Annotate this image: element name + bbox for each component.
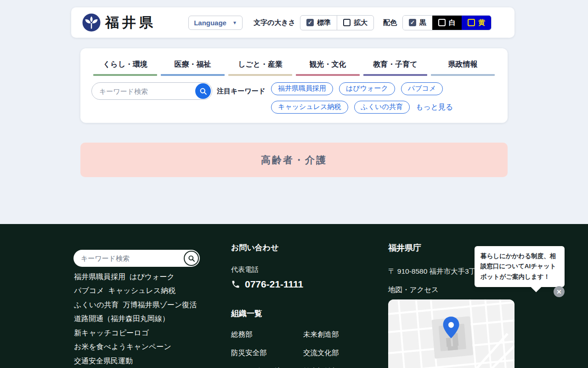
- color-scheme-yellow[interactable]: 黄: [462, 16, 491, 30]
- keyword-search-box: [91, 82, 212, 100]
- category-tabs: くらし・環境 医療・福祉 しごと・産業 観光・文化 教育・子育て 県政情報: [91, 53, 497, 76]
- text-size-toggle: 標準 拡大: [300, 15, 374, 30]
- footer-search-box: [74, 250, 200, 267]
- color-scheme-toggle: 黒 白 黄: [402, 15, 492, 30]
- footer-link[interactable]: 福井県職員採用: [74, 272, 125, 282]
- search-input[interactable]: [99, 87, 195, 95]
- footer-link[interactable]: はぴウォーク: [130, 272, 175, 282]
- footer-search-input[interactable]: [81, 254, 184, 262]
- fukui-emblem-icon: [82, 13, 101, 32]
- footer-search-button[interactable]: [184, 251, 199, 266]
- footer-link[interactable]: パブコメ: [74, 286, 104, 296]
- tab-underline: [228, 74, 292, 76]
- tab-label: 県政情報: [448, 60, 478, 69]
- text-size-enlarge[interactable]: 拡大: [337, 16, 373, 30]
- org-item[interactable]: 防災安全部: [231, 348, 303, 358]
- keyword-pill[interactable]: キャッシュレス納税: [271, 101, 348, 114]
- tab-iryo-fukushi[interactable]: 医療・福祉: [159, 53, 226, 76]
- tab-underline: [363, 74, 427, 76]
- tab-kanko-bunka[interactable]: 観光・文化: [294, 53, 362, 76]
- checkbox-icon: [438, 19, 446, 26]
- footer-link[interactable]: 道路開通（福井森田丸岡線）: [74, 314, 170, 324]
- tab-kensei-joho[interactable]: 県政情報: [429, 53, 497, 76]
- org-list: 総務部 未来創造部 防災安全部 交流文化部 エネルギー環境 健康福祉部: [231, 330, 378, 368]
- phone-number: 0776-21-1111: [245, 279, 303, 290]
- checkbox-icon: [306, 19, 314, 26]
- map-image: [388, 299, 514, 368]
- color-scheme-black[interactable]: 黒: [403, 16, 432, 30]
- office-map[interactable]: [388, 299, 514, 368]
- banner-label: 高齢者・介護: [261, 154, 327, 167]
- footer-link[interactable]: お米を食べようキャンペーン: [74, 342, 171, 352]
- tab-shigoto-sangyo[interactable]: しごと・産業: [226, 53, 294, 76]
- phone-label: 代表電話: [231, 265, 378, 274]
- text-size-standard-label: 標準: [317, 18, 331, 27]
- checkbox-icon: [343, 19, 351, 26]
- chatbot-tooltip: 暮らしにかかわる制度、相談窓口についてAIチャットボットがご案内します！: [475, 246, 565, 287]
- footer-link[interactable]: キャッシュレス納税: [108, 286, 176, 296]
- checkbox-icon: [409, 19, 416, 26]
- chatbot-tooltip-text: 暮らしにかかわる制度、相談窓口についてAIチャットボットがご案内します！: [481, 253, 556, 280]
- footer-link[interactable]: 万博福井県ゾーン復活: [123, 300, 197, 310]
- phone-icon: [231, 280, 240, 289]
- language-dropdown[interactable]: Language ▼: [188, 16, 243, 30]
- color-scheme-label: 配色: [383, 18, 397, 27]
- footer-link[interactable]: 交通安全県民運動: [74, 356, 133, 366]
- featured-keywords: 福井県職員採用 はぴウォーク パブコメ キャッシュレス納税 ふくいの共育 もっと…: [271, 82, 473, 114]
- org-item[interactable]: 総務部: [231, 330, 303, 339]
- text-size-standard[interactable]: 標準: [300, 16, 337, 30]
- keyword-pill[interactable]: ふくいの共育: [354, 101, 410, 114]
- org-list-heading: 組織一覧: [231, 308, 378, 319]
- org-item[interactable]: 交流文化部: [303, 348, 378, 358]
- search-icon: [199, 87, 207, 95]
- chevron-down-icon: ▼: [232, 20, 237, 25]
- language-label: Language: [194, 19, 226, 27]
- footer-link[interactable]: ふくいの共育: [74, 300, 119, 310]
- tab-label: 教育・子育て: [373, 60, 417, 69]
- tab-underline: [296, 74, 360, 76]
- tab-label: 観光・文化: [310, 60, 346, 69]
- phone-row[interactable]: 0776-21-1111: [231, 279, 378, 290]
- site-header: 福井県 Language ▼ 文字の大きさ 標準 拡大 配色 黒 白 黄: [71, 7, 514, 38]
- color-scheme-white[interactable]: 白: [432, 16, 462, 30]
- tab-underline: [93, 74, 157, 76]
- contact-heading: お問い合わせ: [231, 242, 378, 253]
- elderly-care-banner[interactable]: 高齢者・介護: [80, 143, 508, 177]
- chatbot-close-button[interactable]: ✕: [554, 286, 565, 297]
- more-keywords-link[interactable]: もっと見る: [416, 103, 453, 112]
- tab-kyoiku-kosodate[interactable]: 教育・子育て: [362, 53, 429, 76]
- footer-link[interactable]: 新キャッチコピーロゴ: [74, 328, 149, 338]
- footer-keyword-links: 福井県職員採用 はぴウォーク パブコメ キャッシュレス納税 ふくいの共育 万博福…: [74, 270, 230, 368]
- keyword-pill[interactable]: 福井県職員採用: [271, 82, 333, 95]
- text-size-enlarge-label: 拡大: [354, 18, 368, 27]
- tab-label: しごと・産業: [238, 60, 283, 69]
- main-nav-card: くらし・環境 医療・福祉 しごと・産業 観光・文化 教育・子育て 県政情報: [80, 48, 508, 123]
- keyword-pill[interactable]: はぴウォーク: [339, 82, 395, 95]
- checkbox-icon: [468, 19, 475, 26]
- color-scheme-yellow-label: 黄: [478, 18, 485, 27]
- footer-contact-section: お問い合わせ 代表電話 0776-21-1111 組織一覧 総務部 未来創造部 …: [231, 242, 378, 368]
- search-icon: [188, 255, 195, 262]
- tab-kurashi-kankyo[interactable]: くらし・環境: [91, 53, 159, 76]
- site-title: 福井県: [105, 13, 156, 32]
- featured-keywords-label: 注目キーワード: [217, 82, 266, 100]
- tab-underline: [431, 74, 495, 76]
- color-scheme-black-label: 黒: [419, 18, 426, 27]
- tab-label: 医療・福祉: [175, 60, 211, 69]
- site-logo[interactable]: 福井県: [82, 13, 156, 32]
- text-size-label: 文字の大きさ: [254, 18, 295, 27]
- search-button[interactable]: [195, 83, 211, 99]
- org-item[interactable]: 未来創造部: [303, 330, 378, 339]
- footer: 福井県職員採用 はぴウォーク パブコメ キャッシュレス納税 ふくいの共育 万博福…: [0, 224, 588, 368]
- color-scheme-white-label: 白: [449, 18, 456, 27]
- close-icon: ✕: [557, 288, 562, 295]
- keyword-pill[interactable]: パブコメ: [401, 82, 443, 95]
- tab-underline: [161, 74, 225, 76]
- search-row: 注目キーワード 福井県職員採用 はぴウォーク パブコメ キャッシュレス納税 ふく…: [91, 82, 497, 114]
- tab-label: くらし・環境: [103, 60, 147, 69]
